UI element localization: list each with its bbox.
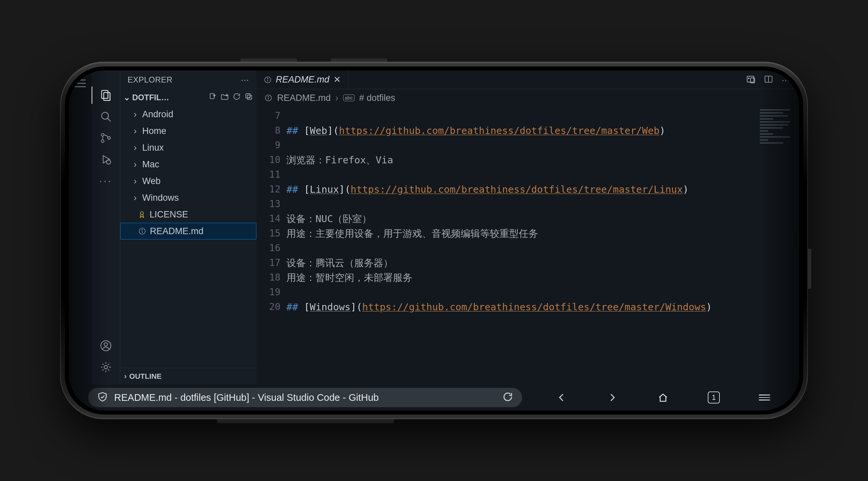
info-icon (264, 76, 272, 84)
chevron-right-icon: › (131, 143, 139, 153)
breadcrumb[interactable]: README.md › abc # dotfiles (256, 89, 799, 107)
explorer-title: EXPLORER (127, 75, 173, 85)
explorer-icon[interactable] (98, 85, 113, 106)
chevron-right-icon: › (131, 126, 139, 136)
chevron-right-icon: › (124, 372, 127, 381)
chevron-right-icon: › (336, 93, 339, 103)
activity-more-icon[interactable]: ··· (99, 170, 112, 191)
svg-rect-12 (210, 93, 214, 98)
phone-frame: ··· EXPLORER ··· ⌄ DOTFIL… (60, 62, 808, 419)
editor-body[interactable]: 7891011121314151617181920 ## [Web](https… (256, 107, 799, 385)
item-label: LICENSE (150, 209, 188, 220)
browser-nav-bar: README.md - dotfiles [GitHub] - Visual S… (69, 385, 799, 411)
license-icon (137, 210, 146, 219)
code-content[interactable]: ## [Web](https://github.com/breathiness/… (286, 107, 799, 385)
home-button[interactable] (654, 388, 672, 407)
reload-icon[interactable] (502, 391, 514, 404)
run-debug-icon[interactable] (98, 149, 113, 170)
activity-bar: ··· (91, 70, 120, 385)
svg-rect-0 (101, 91, 108, 98)
svg-point-23 (142, 230, 143, 230)
collapse-all-icon[interactable] (244, 92, 253, 103)
explorer-sidebar: EXPLORER ··· ⌄ DOTFIL… ›Android›Home›Lin… (120, 70, 256, 385)
breadcrumb-symbol: # dotfiles (359, 93, 395, 103)
item-label: Linux (142, 143, 164, 153)
chevron-right-icon: › (131, 159, 139, 170)
tab-label: README.md (276, 74, 330, 85)
search-icon[interactable] (98, 106, 113, 127)
folder-item[interactable]: ›Linux (120, 139, 256, 156)
svg-point-4 (101, 133, 104, 136)
folder-item[interactable]: ›Home (120, 123, 256, 139)
svg-point-29 (748, 78, 749, 79)
folder-item[interactable]: ›Mac (120, 156, 256, 173)
split-editor-icon[interactable] (764, 74, 774, 86)
editor-tabs: README.md ✕ ··· (256, 70, 799, 89)
chevron-right-icon: › (131, 193, 139, 203)
minimap[interactable] (760, 109, 793, 156)
open-preview-icon[interactable] (745, 74, 755, 86)
new-folder-icon[interactable] (220, 92, 229, 103)
new-file-icon[interactable] (208, 92, 217, 103)
item-label: Windows (142, 193, 179, 203)
outline-title: OUTLINE (129, 372, 162, 381)
svg-point-8 (106, 160, 111, 164)
info-icon (265, 94, 272, 102)
settings-gear-icon[interactable] (98, 356, 113, 378)
svg-rect-1 (103, 92, 110, 100)
item-label: Mac (142, 159, 159, 170)
file-item[interactable]: LICENSE (120, 206, 256, 223)
forward-button[interactable] (603, 388, 622, 407)
browser-menu-button[interactable] (755, 388, 774, 407)
folder-item[interactable]: ›Android (120, 106, 256, 123)
svg-point-11 (104, 365, 107, 369)
symbol-string-icon: abc (343, 94, 354, 101)
chevron-down-icon: ⌄ (124, 93, 130, 102)
folder-item[interactable]: ›Web (120, 173, 256, 189)
svg-point-5 (101, 140, 104, 143)
svg-point-26 (268, 78, 268, 79)
item-label: README.md (150, 226, 204, 237)
item-label: Web (142, 176, 161, 186)
line-number-gutter: 7891011121314151617181920 (256, 107, 286, 385)
account-icon[interactable] (98, 335, 113, 356)
info-icon (138, 227, 147, 236)
breadcrumb-file: README.md (277, 93, 331, 103)
shield-icon (97, 391, 108, 404)
svg-point-20 (141, 212, 144, 215)
explorer-more-icon[interactable]: ··· (241, 74, 249, 85)
root-folder-name: DOTFIL… (132, 93, 169, 102)
svg-line-3 (107, 119, 111, 122)
address-bar[interactable]: README.md - dotfiles [GitHub] - Visual S… (88, 388, 522, 407)
editor-more-icon[interactable]: ··· (781, 74, 790, 86)
outline-section[interactable]: › OUTLINE (120, 368, 256, 385)
tab-readme[interactable]: README.md ✕ (256, 70, 348, 89)
close-icon[interactable]: ✕ (334, 74, 341, 85)
file-item[interactable]: README.md (120, 223, 256, 240)
folder-header[interactable]: ⌄ DOTFIL… (120, 89, 256, 106)
refresh-icon[interactable] (232, 92, 241, 103)
svg-point-2 (101, 112, 108, 119)
source-control-icon[interactable] (98, 127, 113, 149)
svg-point-34 (268, 96, 269, 97)
chevron-right-icon: › (131, 109, 139, 120)
svg-point-10 (104, 343, 107, 346)
menu-button[interactable] (74, 77, 86, 90)
tabs-button[interactable]: 1 (705, 388, 723, 407)
item-label: Home (142, 126, 166, 136)
page-title: README.md - dotfiles [GitHub] - Visual S… (114, 392, 496, 403)
chevron-right-icon: › (131, 176, 139, 186)
item-label: Android (142, 109, 173, 120)
folder-item[interactable]: ›Windows (120, 189, 256, 206)
back-button[interactable] (552, 388, 571, 407)
